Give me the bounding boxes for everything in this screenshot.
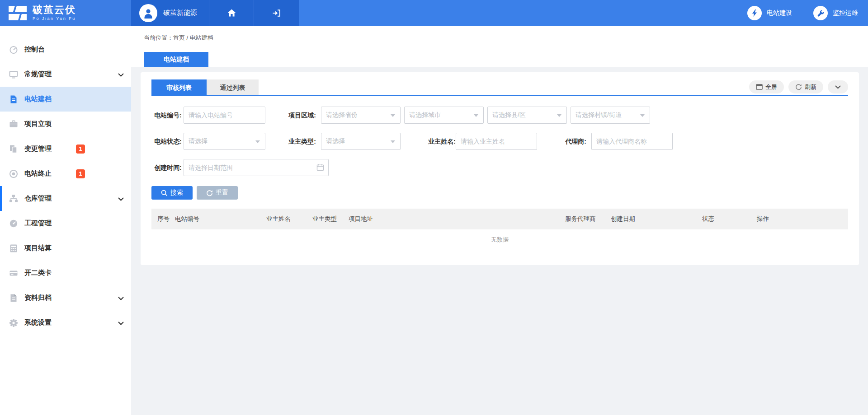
logout-icon xyxy=(272,9,281,17)
station-status-label: 电站状态: xyxy=(151,133,182,150)
main-content: 当前位置：首页 / 电站建档 电站建档 审核列表 通过列表 全屏 刷新 电站编号… xyxy=(131,26,868,415)
copy-icon xyxy=(9,144,19,154)
owner-name-input[interactable] xyxy=(456,133,537,150)
document-icon xyxy=(9,94,19,104)
sidebar-item-label: 常规管理 xyxy=(24,70,52,79)
chevron-down-icon xyxy=(118,70,124,79)
target-icon xyxy=(9,169,19,178)
search-icon xyxy=(161,190,168,196)
sidebar-item-data-archive[interactable]: 资料归档 xyxy=(0,285,131,310)
refresh-icon xyxy=(795,84,802,90)
county-select-value: 请选择县/区 xyxy=(492,111,526,119)
nav-station-build[interactable]: 电站建设 xyxy=(747,6,792,20)
tab-underline xyxy=(151,95,848,96)
owner-type-select[interactable]: 请选择 xyxy=(321,133,401,150)
col-station-no: 电站编号 xyxy=(175,215,266,223)
sidebar-item-label: 电站建档 xyxy=(24,95,52,103)
region-label: 项目区域: xyxy=(276,107,316,124)
sidebar-item-warehouse-mgmt[interactable]: 仓库管理 xyxy=(0,186,131,211)
col-service-agent: 服务代理商 xyxy=(565,215,611,223)
archive-icon xyxy=(9,293,19,303)
home-icon xyxy=(227,9,236,17)
brand-title: 破茧云伏 xyxy=(33,5,76,15)
tab-review-list[interactable]: 审核列表 xyxy=(151,79,207,96)
owner-type-value: 请选择 xyxy=(326,137,345,145)
city-select[interactable]: 请选择城市 xyxy=(404,107,484,124)
col-owner-name: 业主姓名 xyxy=(266,215,312,223)
col-project-address: 项目地址 xyxy=(349,215,565,223)
briefcase-icon xyxy=(9,119,19,129)
home-button[interactable] xyxy=(209,0,254,26)
county-select[interactable]: 请选择县/区 xyxy=(487,107,567,124)
breadcrumb-home-link[interactable]: 首页 xyxy=(173,34,185,41)
breadcrumb-prefix: 当前位置： xyxy=(144,34,173,41)
sidebar-item-engineering-mgmt[interactable]: 工程管理 xyxy=(0,211,131,236)
sidebar-item-label: 变更管理 xyxy=(24,145,52,153)
wrench-icon xyxy=(813,6,828,20)
sidebar-item-label: 项目结算 xyxy=(24,244,52,252)
reset-icon xyxy=(206,190,213,196)
sidebar-item-system-settings[interactable]: 系统设置 xyxy=(0,310,131,335)
sidebar: 控制台 常规管理 电站建档 项目立项 变更管理 1 电站终止 1 xyxy=(0,26,131,415)
search-button[interactable]: 搜索 xyxy=(151,186,193,200)
breadcrumb-strip: 当前位置：首页 / 电站建档 电站建档 xyxy=(131,26,868,67)
nav-monitor-ops[interactable]: 监控运维 xyxy=(813,6,858,20)
station-no-input[interactable] xyxy=(184,107,265,124)
fullscreen-label: 全屏 xyxy=(765,83,777,91)
owner-type-label: 业主类型: xyxy=(276,133,316,150)
sidebar-item-label: 工程管理 xyxy=(24,219,52,228)
top-header: 破茧云伏 Po Jian Yun Fu 破茧新能源 xyxy=(0,0,868,26)
town-select-value: 请选择村镇/街道 xyxy=(576,111,622,119)
sidebar-item-label: 开二类卡 xyxy=(24,269,52,277)
company-name: 破茧新能源 xyxy=(163,9,197,17)
nav-monitor-ops-label: 监控运维 xyxy=(833,9,858,17)
sidebar-item-project-initiation[interactable]: 项目立项 xyxy=(0,112,131,136)
refresh-label: 刷新 xyxy=(805,83,816,91)
page-tag[interactable]: 电站建档 xyxy=(144,52,208,67)
sitemap-icon xyxy=(9,194,19,203)
user-menu[interactable]: 破茧新能源 xyxy=(131,0,209,26)
sidebar-item-label: 项目立项 xyxy=(24,120,52,128)
select-caret-icon xyxy=(391,114,395,117)
station-no-label: 电站编号: xyxy=(151,107,182,124)
station-status-select[interactable]: 请选择 xyxy=(184,133,265,150)
results-table: 序号 电站编号 业主姓名 业主类型 项目地址 服务代理商 创建日期 状态 操作 … xyxy=(151,209,848,250)
sidebar-item-general-mgmt[interactable]: 常规管理 xyxy=(0,62,131,87)
fullscreen-button[interactable]: 全屏 xyxy=(749,80,784,93)
breadcrumb-separator: / xyxy=(185,34,190,41)
fullscreen-icon xyxy=(756,84,763,90)
select-caret-icon xyxy=(474,114,478,117)
sidebar-item-change-mgmt[interactable]: 变更管理 1 xyxy=(0,136,131,161)
sidebar-item-label: 仓库管理 xyxy=(24,194,52,203)
refresh-button[interactable]: 刷新 xyxy=(788,80,823,93)
reset-button-label: 重置 xyxy=(216,189,228,197)
breadcrumb-current: 电站建档 xyxy=(190,34,213,41)
collapse-button[interactable] xyxy=(828,80,848,93)
brand-logo: 破茧云伏 Po Jian Yun Fu xyxy=(0,0,131,26)
avatar[interactable] xyxy=(139,4,157,22)
sidebar-item-open-card[interactable]: 开二类卡 xyxy=(0,261,131,285)
agent-input[interactable] xyxy=(591,133,673,150)
logout-button[interactable] xyxy=(254,0,299,26)
sidebar-item-station-archive[interactable]: 电站建档 xyxy=(0,87,131,112)
chevron-down-icon xyxy=(118,195,124,203)
town-select[interactable]: 请选择村镇/街道 xyxy=(571,107,650,124)
sidebar-item-dashboard[interactable]: 控制台 xyxy=(0,37,131,62)
col-owner-type: 业主类型 xyxy=(312,215,349,223)
province-select[interactable]: 请选择省份 xyxy=(321,107,401,124)
created-time-label: 创建时间: xyxy=(151,159,182,176)
date-range-input[interactable] xyxy=(184,159,329,176)
col-created-date: 创建日期 xyxy=(611,215,702,223)
notification-badge: 1 xyxy=(76,145,85,154)
tab-passed-list[interactable]: 通过列表 xyxy=(207,79,259,96)
owner-name-label: 业主姓名: xyxy=(424,133,456,150)
sidebar-item-station-terminate[interactable]: 电站终止 1 xyxy=(0,161,131,186)
brand-subtitle: Po Jian Yun Fu xyxy=(33,16,76,21)
notification-badge: 1 xyxy=(76,169,85,178)
reset-button[interactable]: 重置 xyxy=(197,186,238,200)
lightning-icon xyxy=(747,6,762,20)
col-status: 状态 xyxy=(702,215,757,223)
sidebar-item-project-settlement[interactable]: 项目结算 xyxy=(0,236,131,261)
chevron-down-icon xyxy=(118,319,124,327)
select-caret-icon xyxy=(640,114,645,117)
